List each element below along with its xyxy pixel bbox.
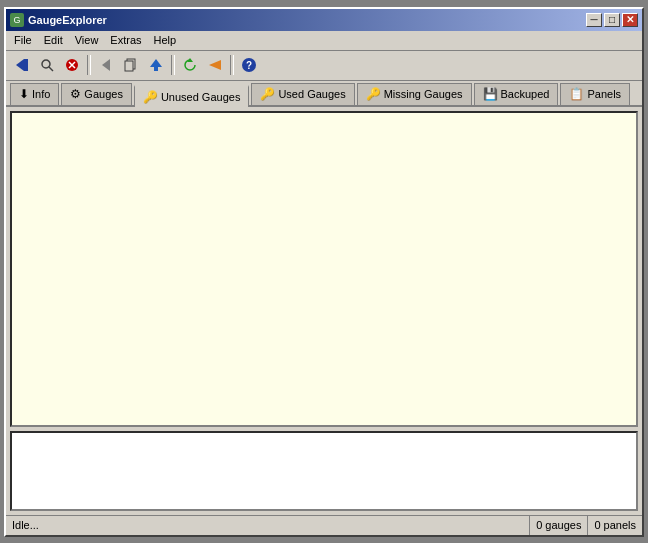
svg-line-3 [49, 67, 53, 71]
svg-rect-9 [125, 61, 133, 71]
status-gauges-text: 0 gauges [536, 519, 581, 531]
tab-unused-gauges[interactable]: 🔑 Unused Gauges [134, 85, 250, 107]
title-bar: G GaugeExplorer ─ □ ✕ [6, 9, 642, 31]
status-panels: 0 panels [588, 516, 642, 535]
nav-up-button[interactable] [144, 53, 168, 77]
nav-back-button[interactable] [10, 53, 34, 77]
tab-info-label: Info [32, 88, 50, 100]
minimize-button[interactable]: ─ [586, 13, 602, 27]
refresh-button[interactable] [178, 53, 202, 77]
tab-unused-gauges-icon: 🔑 [143, 90, 158, 104]
window-title: GaugeExplorer [28, 14, 107, 26]
tab-gauges-icon: ⚙ [70, 87, 81, 101]
nav-prev-button[interactable] [94, 53, 118, 77]
svg-marker-0 [16, 59, 24, 71]
tab-missing-gauges[interactable]: 🔑 Missing Gauges [357, 83, 472, 105]
svg-point-2 [42, 60, 50, 68]
tab-panels[interactable]: 📋 Panels [560, 83, 630, 105]
copy-button[interactable] [119, 53, 143, 77]
status-gauges: 0 gauges [530, 516, 588, 535]
tab-missing-gauges-icon: 🔑 [366, 87, 381, 101]
svg-text:?: ? [246, 60, 252, 71]
menu-view[interactable]: View [69, 32, 105, 48]
tab-panels-label: Panels [587, 88, 621, 100]
menu-extras[interactable]: Extras [104, 32, 147, 48]
tab-missing-gauges-label: Missing Gauges [384, 88, 463, 100]
title-bar-left: G GaugeExplorer [10, 13, 107, 27]
stop-button[interactable] [60, 53, 84, 77]
svg-marker-7 [102, 59, 110, 71]
tab-backuped-label: Backuped [501, 88, 550, 100]
svg-marker-10 [150, 59, 162, 67]
maximize-button[interactable]: □ [604, 13, 620, 27]
tab-info-icon: ⬇ [19, 87, 29, 101]
tab-used-gauges[interactable]: 🔑 Used Gauges [251, 83, 354, 105]
app-icon: G [10, 13, 24, 27]
tabs-bar: ⬇ Info ⚙ Gauges 🔑 Unused Gauges 🔑 Used G… [6, 81, 642, 107]
tab-used-gauges-label: Used Gauges [278, 88, 345, 100]
menu-help[interactable]: Help [148, 32, 183, 48]
status-idle: Idle... [6, 516, 530, 535]
main-window: G GaugeExplorer ─ □ ✕ File Edit View Ext… [4, 7, 644, 537]
tab-used-gauges-icon: 🔑 [260, 87, 275, 101]
tab-gauges[interactable]: ⚙ Gauges [61, 83, 132, 105]
menu-file[interactable]: File [8, 32, 38, 48]
main-content-panel[interactable] [10, 111, 638, 427]
nav-down-button[interactable] [203, 53, 227, 77]
svg-rect-11 [154, 67, 158, 71]
bottom-panel[interactable] [10, 431, 638, 511]
tab-info[interactable]: ⬇ Info [10, 83, 59, 105]
search-button[interactable] [35, 53, 59, 77]
tab-backuped[interactable]: 💾 Backuped [474, 83, 559, 105]
title-buttons: ─ □ ✕ [586, 13, 638, 27]
toolbar-sep-3 [230, 55, 234, 75]
menu-bar: File Edit View Extras Help [6, 31, 642, 51]
tab-panels-icon: 📋 [569, 87, 584, 101]
toolbar: ? [6, 51, 642, 81]
toolbar-sep-1 [87, 55, 91, 75]
tab-gauges-label: Gauges [84, 88, 123, 100]
tab-unused-gauges-label: Unused Gauges [161, 91, 241, 103]
tab-backuped-icon: 💾 [483, 87, 498, 101]
help-button[interactable]: ? [237, 53, 261, 77]
svg-marker-13 [209, 60, 221, 70]
status-idle-text: Idle... [12, 519, 39, 531]
status-bar: Idle... 0 gauges 0 panels [6, 515, 642, 535]
status-panels-text: 0 panels [594, 519, 636, 531]
menu-edit[interactable]: Edit [38, 32, 69, 48]
content-area [6, 107, 642, 515]
close-button[interactable]: ✕ [622, 13, 638, 27]
toolbar-sep-2 [171, 55, 175, 75]
svg-rect-1 [24, 59, 28, 71]
